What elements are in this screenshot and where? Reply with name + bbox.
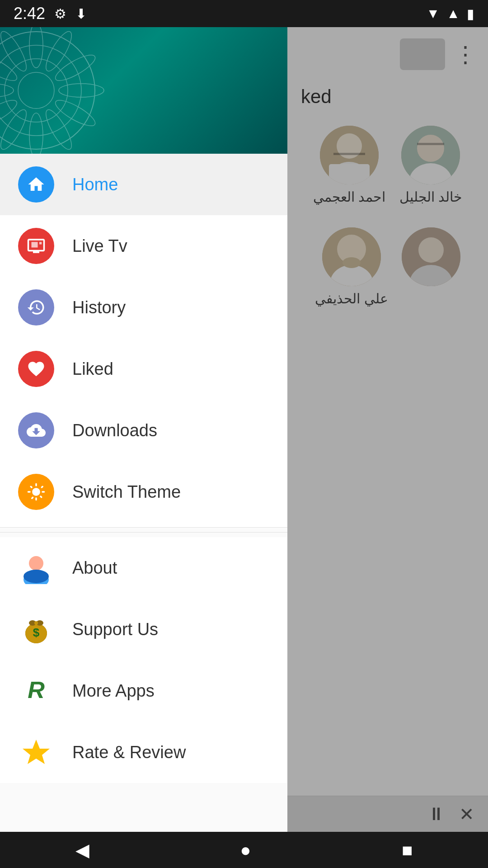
sidebar-item-switchtheme[interactable]: Switch Theme [0, 461, 287, 523]
sidebar-item-moreapps[interactable]: R More Apps [0, 660, 287, 722]
menu-section-bottom: About $ [0, 537, 287, 783]
home-label: Home [72, 175, 118, 194]
support-icon: $ [18, 611, 54, 647]
liked-icon [18, 351, 54, 387]
about-icon [18, 550, 54, 586]
svg-text:R: R [28, 677, 45, 703]
bottom-nav: ◀ ● ■ [0, 832, 488, 868]
battery-icon: ▮ [467, 6, 474, 22]
svg-marker-46 [23, 740, 50, 764]
back-button[interactable]: ◀ [75, 840, 89, 860]
about-label: About [72, 558, 117, 578]
downloads-label: Downloads [72, 421, 157, 440]
menu-section-top: Home Live Tv [0, 154, 287, 528]
menu-divider [0, 532, 287, 533]
download-status-icon: ⬇ [75, 6, 87, 22]
sidebar-item-livetv[interactable]: Live Tv [0, 215, 287, 277]
sidebar-item-history[interactable]: History [0, 277, 287, 338]
history-icon [18, 289, 54, 326]
svg-point-20 [29, 27, 43, 68]
signal-icon: ▲ [446, 6, 460, 21]
svg-point-19 [18, 72, 54, 108]
svg-point-30 [0, 51, 20, 85]
svg-point-26 [29, 113, 43, 154]
svg-point-16 [0, 32, 95, 149]
livetv-label: Live Tv [72, 236, 127, 256]
rate-icon [18, 734, 54, 770]
history-label: History [72, 298, 126, 317]
status-left: 2:42 ⚙ ⬇ [14, 4, 87, 23]
status-time: 2:42 [14, 4, 45, 23]
ratereview-label: Rate & Review [72, 743, 186, 762]
drawer-overlay[interactable] [287, 27, 488, 868]
sidebar-item-home[interactable]: Home [0, 154, 287, 215]
sidebar-item-downloads[interactable]: Downloads [0, 400, 287, 461]
switchtheme-label: Switch Theme [72, 482, 181, 502]
moreapps-icon: R [18, 673, 54, 709]
drawer-menu: Home Live Tv [0, 154, 287, 868]
recent-button[interactable]: ■ [402, 840, 413, 860]
status-bar: 2:42 ⚙ ⬇ ▼ ▲ ▮ [0, 0, 488, 27]
svg-point-28 [0, 96, 20, 130]
liked-label: Liked [72, 359, 113, 379]
svg-rect-32 [32, 242, 38, 247]
theme-icon [18, 474, 54, 510]
svg-point-36 [23, 570, 49, 583]
drawer-header [0, 27, 287, 154]
svg-point-18 [5, 59, 68, 122]
sidebar-item-ratereview[interactable]: Rate & Review [0, 722, 287, 783]
downloads-icon [18, 412, 54, 448]
sidebar-item-liked[interactable]: Liked [0, 338, 287, 400]
navigation-drawer: Home Live Tv [0, 27, 287, 868]
header-pattern [0, 27, 172, 154]
sidebar-item-about[interactable]: About [0, 537, 287, 599]
sidebar-item-supportus[interactable]: $ Support Us [0, 599, 287, 660]
status-right: ▼ ▲ ▮ [427, 6, 474, 22]
supportus-label: Support Us [72, 620, 158, 639]
svg-rect-33 [39, 242, 42, 244]
livetv-icon [18, 228, 54, 264]
svg-point-43 [34, 621, 38, 625]
moreapps-label: More Apps [72, 681, 155, 701]
svg-point-29 [0, 84, 14, 97]
settings-icon: ⚙ [54, 6, 66, 22]
home-button[interactable]: ● [240, 840, 251, 860]
home-icon [18, 166, 54, 203]
svg-point-34 [29, 556, 43, 571]
wifi-icon: ▼ [427, 6, 440, 21]
